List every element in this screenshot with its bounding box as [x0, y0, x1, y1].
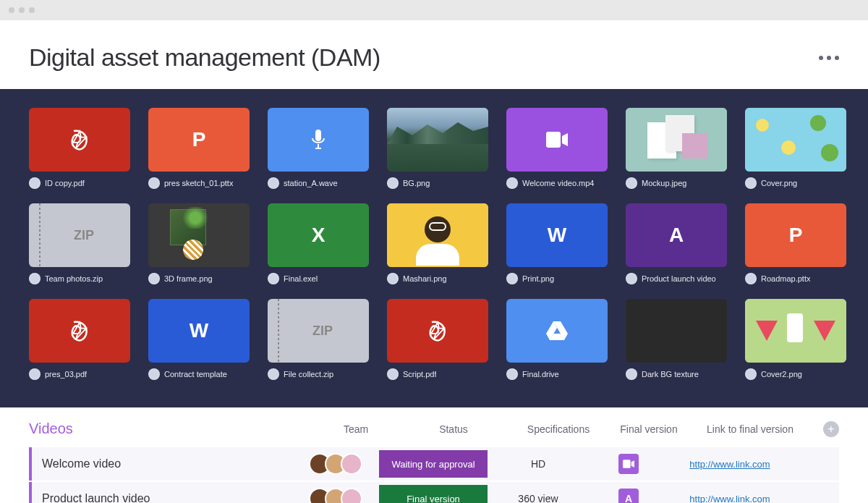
asset-thumbnail[interactable] — [626, 299, 727, 363]
asset-card[interactable]: pres_03.pdf — [29, 299, 130, 389]
status-cell[interactable]: Waiting for approval — [379, 450, 488, 478]
owner-avatar — [268, 177, 279, 189]
asset-thumbnail[interactable]: ZIP — [29, 203, 130, 267]
asset-thumbnail[interactable] — [387, 108, 488, 172]
column-header[interactable]: Final version — [609, 423, 689, 435]
asset-card[interactable]: ZIPTeam photos.zip — [29, 203, 130, 293]
asset-caption: Script.pdf — [387, 368, 488, 380]
video-row[interactable]: Product launch videoFinal version360 vie… — [29, 482, 839, 503]
asset-thumbnail[interactable]: X — [268, 203, 369, 267]
asset-filename: station_A.wave — [284, 179, 338, 187]
link-cell[interactable]: http://www.link.com — [668, 494, 791, 504]
link-cell[interactable]: http://www.link.com — [668, 459, 791, 470]
asset-card[interactable]: Welcome video.mp4 — [506, 108, 608, 198]
pdf-icon — [426, 319, 449, 342]
asset-card[interactable]: WPrint.png — [506, 203, 608, 293]
asset-thumbnail[interactable]: A — [626, 203, 727, 267]
asset-card[interactable]: Cover.png — [745, 108, 846, 198]
asset-card[interactable]: ZIPFile collect.zip — [268, 299, 369, 389]
asset-thumbnail[interactable] — [745, 108, 846, 172]
asset-card[interactable]: Dark BG texture — [626, 299, 727, 389]
owner-avatar — [29, 177, 41, 189]
asset-caption: station_A.wave — [268, 177, 369, 189]
video-row[interactable]: Welcome videoWaiting for approvalHDhttp:… — [29, 447, 839, 481]
zip-label: ZIP — [74, 228, 94, 243]
column-header[interactable]: Specifications — [508, 423, 609, 435]
asset-card[interactable]: 3D frame.png — [148, 203, 250, 293]
column-header[interactable]: Team — [312, 423, 399, 435]
asset-thumbnail[interactable] — [387, 203, 488, 267]
final-link[interactable]: http://www.link.com — [689, 459, 770, 470]
final-link[interactable]: http://www.link.com — [689, 494, 770, 504]
asset-thumbnail[interactable] — [506, 108, 608, 172]
asset-caption: 3D frame.png — [148, 273, 250, 284]
final-version-cell[interactable] — [589, 454, 668, 474]
file-type-letter: W — [190, 319, 208, 342]
asset-thumbnail[interactable] — [387, 299, 488, 363]
page-header: Digital asset management (DAM) — [0, 20, 868, 89]
window-dot — [9, 7, 14, 13]
status-pill[interactable]: Final version — [379, 485, 488, 503]
add-column-button[interactable]: + — [823, 421, 839, 437]
asset-thumbnail[interactable] — [506, 299, 608, 363]
section-title[interactable]: Videos — [29, 420, 73, 437]
asset-card[interactable]: BG.png — [387, 108, 488, 198]
asset-caption: Cover2.png — [745, 368, 846, 380]
asset-card[interactable]: Ppres sketch_01.pttx — [148, 108, 250, 198]
team-avatar — [341, 453, 362, 475]
owner-avatar — [268, 368, 279, 380]
owner-avatar — [387, 177, 399, 189]
page-title: Digital asset management (DAM) — [29, 43, 380, 72]
final-version-cell[interactable]: A — [589, 489, 668, 503]
asset-filename: BG.png — [403, 179, 430, 187]
asset-card[interactable]: AProduct launch video — [626, 203, 727, 293]
team-cell[interactable] — [292, 453, 379, 475]
asset-thumbnail[interactable]: ZIP — [268, 299, 369, 363]
column-header[interactable]: Status — [399, 423, 508, 435]
asset-thumbnail[interactable]: P — [745, 203, 846, 267]
more-options-button[interactable] — [819, 56, 839, 60]
video-name[interactable]: Welcome video — [32, 457, 292, 470]
team-cell[interactable] — [292, 488, 379, 503]
asset-thumbnail[interactable]: W — [506, 203, 608, 267]
owner-avatar — [29, 273, 41, 284]
asset-filename: Script.pdf — [403, 370, 436, 379]
video-name[interactable]: Product launch video — [32, 492, 292, 503]
owner-avatar — [148, 177, 160, 189]
status-cell[interactable]: Final version — [379, 485, 488, 503]
asset-card[interactable]: Mockup.jpeg — [626, 108, 727, 198]
spec-cell[interactable]: HD — [488, 458, 589, 470]
asset-card[interactable]: XFinal.exel — [268, 203, 369, 293]
column-header[interactable]: Link to final version — [689, 423, 812, 435]
file-type-letter: W — [548, 224, 566, 247]
asset-filename: Final.drive — [522, 370, 559, 379]
asset-thumbnail[interactable] — [626, 108, 727, 172]
asset-card[interactable]: Mashari.png — [387, 203, 488, 293]
spec-cell[interactable]: 360 view — [488, 493, 589, 503]
asset-card[interactable]: Script.pdf — [387, 299, 488, 389]
asset-thumbnail[interactable] — [745, 299, 846, 363]
asset-thumbnail[interactable] — [29, 108, 130, 172]
asset-filename: Final.exel — [284, 274, 318, 283]
owner-avatar — [745, 368, 757, 380]
asset-card[interactable]: Final.drive — [506, 299, 608, 389]
status-pill[interactable]: Waiting for approval — [379, 450, 488, 478]
final-version-icon[interactable] — [618, 454, 639, 474]
asset-filename: Print.png — [522, 274, 554, 283]
file-type-letter: A — [669, 224, 684, 247]
final-version-icon[interactable]: A — [618, 489, 639, 503]
asset-filename: Cover.png — [761, 179, 797, 187]
asset-card[interactable]: WContract template — [148, 299, 250, 389]
asset-thumbnail[interactable]: P — [148, 108, 250, 172]
asset-card[interactable]: Cover2.png — [745, 299, 846, 389]
asset-card[interactable]: station_A.wave — [268, 108, 369, 198]
videos-section: Videos TeamStatusSpecificationsFinal ver… — [0, 407, 868, 503]
asset-thumbnail[interactable]: W — [148, 299, 250, 363]
owner-avatar — [387, 273, 399, 284]
asset-thumbnail[interactable] — [268, 108, 369, 172]
asset-thumbnail[interactable] — [29, 299, 130, 363]
file-type-letter: P — [192, 128, 206, 151]
asset-thumbnail[interactable] — [148, 203, 250, 267]
asset-card[interactable]: PRoadmap.pttx — [745, 203, 846, 293]
asset-card[interactable]: ID copy.pdf — [29, 108, 130, 198]
